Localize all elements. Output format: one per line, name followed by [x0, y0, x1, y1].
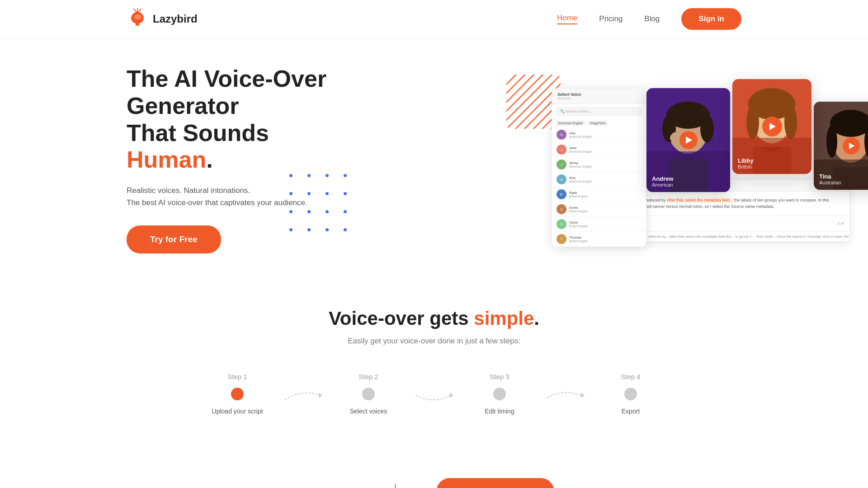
- try-demo-label: Try demo here!: [314, 482, 418, 488]
- simple-section-subtitle: Easily get your voice-over done in just …: [127, 337, 741, 346]
- simple-section: Voice-over gets simple. Easily get your …: [0, 272, 868, 469]
- demo-arrow-icon: [391, 482, 418, 488]
- step-2-circle: [362, 388, 375, 400]
- libby-play-button[interactable]: [762, 117, 782, 136]
- svg-marker-26: [450, 393, 453, 398]
- step-arrow-3: [545, 373, 585, 404]
- svg-marker-27: [581, 393, 585, 398]
- andrew-play-button[interactable]: [679, 131, 698, 149]
- step-3-circle: [493, 388, 506, 400]
- voice-item-jane: J JaneAmerican English: [552, 142, 646, 157]
- steps-row: Step 1 Upload your script Step 2 Select …: [127, 373, 741, 415]
- header: Lazybird Home Pricing Blog Sign in: [0, 0, 868, 38]
- nav-pricing[interactable]: Pricing: [599, 14, 623, 23]
- voice-item-gay: G GayAmerican English: [552, 127, 646, 142]
- voice-item-sonia: S SoniaBritish English: [552, 202, 646, 217]
- hero-section: The AI Voice-Over Generator That Sounds …: [0, 38, 868, 272]
- svg-marker-25: [319, 393, 322, 398]
- step-4: Step 4 Export: [585, 373, 676, 415]
- voice-item-jenny: J JennyAmerican English: [552, 157, 646, 172]
- hero-subtitle: Realistic voices. Natural intonations. T…: [127, 184, 344, 209]
- step-3: Step 3 Edit timing: [454, 373, 545, 415]
- svg-point-0: [136, 11, 139, 14]
- logo: Lazybird: [127, 8, 198, 30]
- nav-home[interactable]: Home: [557, 14, 577, 24]
- hero-title: The AI Voice-Over Generator That Sounds …: [127, 66, 344, 174]
- step-4-circle: [624, 388, 637, 400]
- step-1-circle: [231, 388, 244, 400]
- svg-point-7: [700, 115, 714, 142]
- simple-section-title: Voice-over gets simple.: [127, 308, 741, 329]
- logo-text: Lazybird: [153, 13, 198, 25]
- voice-item-ryan: R RyanBritish English: [552, 187, 646, 202]
- signin-button[interactable]: Sign in: [681, 8, 741, 30]
- svg-point-14: [746, 105, 759, 139]
- voice-item-oliver: O OliverBritish English: [552, 217, 646, 232]
- app-mockup: Select Voice All voices 🔍 Search voices.…: [552, 88, 646, 247]
- tina-voice-card: Tina Australian: [814, 102, 868, 190]
- step-arrow-2: [414, 373, 454, 404]
- logo-icon: [127, 8, 148, 30]
- hero-text-block: The AI Voice-Over Generator That Sounds …: [127, 66, 344, 253]
- navigation: Home Pricing Blog Sign in: [557, 8, 741, 30]
- step-arrow-1: [283, 373, 323, 404]
- step-1: Step 1 Upload your script: [192, 373, 283, 415]
- demo-section: Try demo here! Start Creating: [0, 469, 868, 488]
- step-2: Step 2 Select voices: [323, 373, 414, 415]
- svg-point-15: [784, 105, 797, 139]
- libby-voice-card: Libby British: [732, 79, 811, 174]
- nav-blog[interactable]: Blog: [644, 14, 660, 23]
- voice-item-ana: A AnaAmerican English: [552, 172, 646, 187]
- start-creating-button[interactable]: Start Creating: [436, 478, 554, 488]
- hero-visual: Select Voice All voices 🔍 Search voices.…: [515, 84, 832, 264]
- svg-point-21: [826, 125, 837, 158]
- andrew-voice-card: Andrew American: [646, 88, 730, 192]
- tina-play-button[interactable]: [843, 137, 860, 155]
- try-for-free-button[interactable]: Try for Free: [127, 225, 221, 253]
- voice-item-thomas: T ThomasBritish English: [552, 232, 646, 247]
